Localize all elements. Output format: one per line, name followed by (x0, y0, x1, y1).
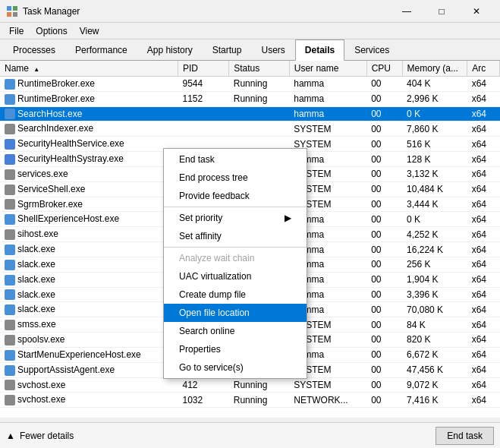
title-bar-controls: — □ ✕ (389, 0, 494, 23)
tab-processes[interactable]: Processes (3, 39, 65, 61)
table-row[interactable]: SearchIndexer.exe SYSTEM 00 7,860 K x64 (0, 121, 500, 137)
menu-file[interactable]: File (3, 24, 30, 38)
cell-cpu: 00 (366, 287, 402, 302)
cell-name: smss.exe (0, 317, 178, 333)
ctx-search-online[interactable]: Search online (164, 322, 307, 340)
ctx-uac-virtualization[interactable]: UAC virtualization (164, 267, 307, 286)
cell-cpu: 00 (366, 347, 402, 362)
cell-name: slack.exe (0, 287, 178, 302)
title-bar-left: Task Manager (6, 5, 80, 17)
cell-mem: 9,072 K (402, 377, 467, 393)
table-row[interactable]: SearchHost.exe hamma 00 0 K x64 (0, 106, 500, 121)
tab-details[interactable]: Details (295, 39, 344, 61)
cell-user: hamma (289, 106, 366, 121)
cell-pid (178, 121, 229, 137)
cell-arc: x64 (467, 377, 500, 393)
cell-arc: x64 (467, 227, 500, 242)
end-task-button[interactable]: End task (436, 427, 494, 445)
cell-name: SearchHost.exe (0, 106, 178, 121)
cell-status: Running (229, 393, 289, 408)
ctx-open-file-location[interactable]: Open file location (164, 304, 307, 322)
process-icon (5, 79, 15, 90)
tab-app-history[interactable]: App history (137, 39, 203, 61)
ctx-analyze-wait-chain: Analyze wait chain (164, 249, 307, 267)
cell-name: svchost.exe (0, 377, 178, 393)
cell-cpu: 00 (366, 152, 402, 167)
close-button[interactable]: ✕ (459, 0, 494, 23)
cell-arc: x64 (467, 121, 500, 137)
cell-status (229, 121, 289, 137)
process-icon (5, 214, 15, 225)
ctx-end-task[interactable]: End task (164, 150, 307, 169)
tab-users[interactable]: Users (251, 39, 294, 61)
window-title: Task Manager (23, 6, 80, 17)
ctx-set-affinity[interactable]: Set affinity (164, 227, 307, 245)
table-row[interactable]: svchost.exe 1032 Running NETWORK... 00 7… (0, 393, 500, 408)
cell-pid: 412 (178, 377, 229, 393)
process-icon (5, 245, 15, 255)
table-row[interactable]: RuntimeBroker.exe 9544 Running hamma 00 … (0, 77, 500, 92)
col-header-pid[interactable]: PID (178, 61, 229, 77)
cell-mem: 0 K (402, 106, 467, 121)
table-row[interactable]: RuntimeBroker.exe 1152 Running hamma 00 … (0, 91, 500, 106)
svg-rect-3 (13, 12, 17, 17)
cell-status: Running (229, 377, 289, 393)
cell-mem: 1,904 K (402, 272, 467, 287)
cell-arc: x64 (467, 287, 500, 302)
svg-rect-2 (7, 12, 11, 17)
ctx-end-process-tree[interactable]: End process tree (164, 169, 307, 187)
main-content: Name ▲ PID Status User name CPU Memory (… (0, 61, 500, 418)
cell-arc: x64 (467, 212, 500, 227)
cell-name: SearchIndexer.exe (0, 121, 178, 137)
col-header-arc[interactable]: Arc (467, 61, 500, 77)
cell-mem: 7,860 K (402, 121, 467, 137)
cell-arc: x64 (467, 257, 500, 272)
ctx-properties[interactable]: Properties (164, 340, 307, 358)
cell-mem: 404 K (402, 77, 467, 92)
col-header-cpu[interactable]: CPU (366, 61, 402, 77)
cell-name: SecurityHealthService.exe (0, 137, 178, 152)
cell-arc: x64 (467, 347, 500, 362)
context-menu: End task End process tree Provide feedba… (163, 148, 307, 379)
col-header-mem[interactable]: Memory (a... (402, 61, 467, 77)
cell-arc: x64 (467, 302, 500, 317)
col-header-name[interactable]: Name ▲ (0, 61, 178, 77)
table-row[interactable]: svchost.exe 412 Running SYSTEM 00 9,072 … (0, 377, 500, 393)
cell-name: SecurityHealthSystray.exe (0, 152, 178, 167)
menu-options[interactable]: Options (30, 24, 73, 38)
col-header-user[interactable]: User name (289, 61, 366, 77)
cell-user: hamma (289, 91, 366, 106)
cell-arc: x64 (467, 333, 500, 348)
svg-rect-0 (7, 6, 11, 11)
cell-status (229, 106, 289, 121)
process-icon (5, 139, 15, 150)
cell-cpu: 00 (366, 91, 402, 106)
process-icon (5, 199, 15, 210)
tab-services[interactable]: Services (344, 39, 399, 61)
ctx-provide-feedback[interactable]: Provide feedback (164, 187, 307, 205)
process-icon (5, 169, 15, 180)
ctx-set-priority[interactable]: Set priority ▶ (164, 209, 307, 227)
process-icon (5, 109, 15, 119)
fewer-details-button[interactable]: ▲ Fewer details (6, 431, 74, 441)
minimize-button[interactable]: — (389, 0, 424, 23)
cell-user: SYSTEM (289, 377, 366, 393)
cell-cpu: 00 (366, 137, 402, 152)
tab-performance[interactable]: Performance (65, 39, 137, 61)
maximize-button[interactable]: □ (424, 0, 459, 23)
tabs: Processes Performance App history Startu… (0, 39, 500, 61)
col-header-status[interactable]: Status (229, 61, 289, 77)
cell-name: RuntimeBroker.exe (0, 91, 178, 106)
cell-pid: 1032 (178, 393, 229, 408)
sort-arrow: ▲ (33, 66, 39, 73)
process-icon (5, 395, 15, 405)
cell-arc: x64 (467, 362, 500, 377)
menu-view[interactable]: View (74, 24, 105, 38)
ctx-go-to-service[interactable]: Go to service(s) (164, 358, 307, 377)
process-icon (5, 275, 15, 286)
cell-mem: 84 K (402, 317, 467, 333)
tab-startup[interactable]: Startup (203, 39, 252, 61)
ctx-create-dump-file[interactable]: Create dump file (164, 286, 307, 304)
cell-pid: 1152 (178, 91, 229, 106)
cell-name: slack.exe (0, 242, 178, 257)
